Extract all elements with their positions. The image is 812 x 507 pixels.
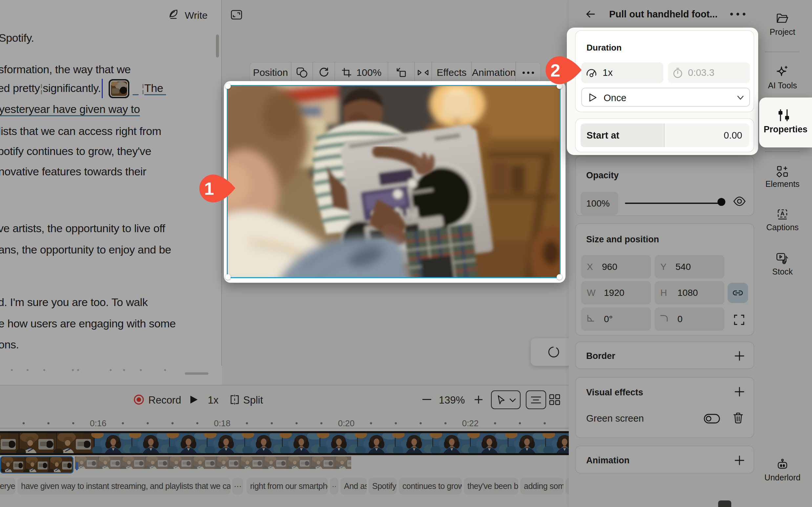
svg-text:2: 2	[550, 60, 560, 80]
svg-text:1: 1	[204, 179, 214, 198]
